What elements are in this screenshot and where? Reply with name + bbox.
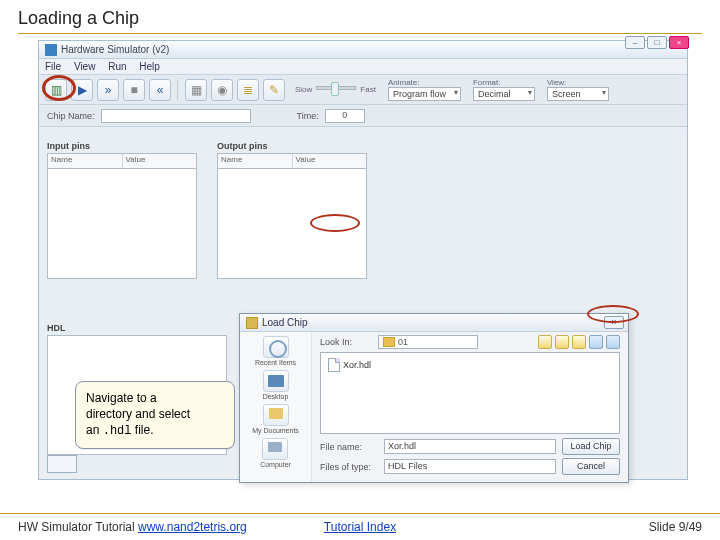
col-value: Value	[293, 154, 367, 168]
filetype-field[interactable]: HDL Files	[384, 459, 556, 474]
footer-slide-number: Slide 9/49	[649, 520, 702, 534]
window-titlebar: Hardware Simulator (v2) – □ ×	[39, 41, 687, 59]
output-pins-title: Output pins	[217, 139, 367, 153]
home-icon[interactable]	[555, 335, 569, 349]
sidebar-desktop[interactable]: Desktop	[263, 370, 289, 400]
open-button[interactable]: Load Chip	[562, 438, 620, 455]
dialog-sidebar: Recent Items Desktop My Documents Comput…	[240, 332, 312, 482]
tool-b-button[interactable]: ◉	[211, 79, 233, 101]
minimize-button[interactable]: –	[625, 36, 645, 49]
new-folder-icon[interactable]	[572, 335, 586, 349]
sidebar-computer-label: Computer	[260, 461, 291, 468]
nav-icons	[538, 335, 620, 349]
info-bar: Chip Name: Time: 0	[39, 105, 687, 127]
input-pins-body[interactable]	[47, 169, 197, 279]
menu-run[interactable]: Run	[108, 61, 126, 72]
lookin-label: Look In:	[320, 337, 372, 347]
menu-view[interactable]: View	[74, 61, 96, 72]
up-folder-icon[interactable]	[538, 335, 552, 349]
speed-fast-label: Fast	[360, 85, 376, 94]
close-button[interactable]: ×	[669, 36, 689, 49]
col-value: Value	[123, 154, 197, 168]
animate-select[interactable]: Program flow	[388, 87, 461, 101]
callout-line1: Navigate to a	[86, 391, 157, 405]
step-button[interactable]: ▶	[71, 79, 93, 101]
detail-view-icon[interactable]	[606, 335, 620, 349]
input-pins-header: Name Value	[47, 153, 197, 169]
stop-button[interactable]: ■	[123, 79, 145, 101]
list-view-icon[interactable]	[589, 335, 603, 349]
sidebar-desktop-label: Desktop	[263, 393, 289, 400]
folder-icon	[246, 317, 258, 329]
format-area: Format: Decimal	[473, 78, 535, 101]
chipname-field[interactable]	[101, 109, 251, 123]
toolbar: ▥ ▶ » ■ « ▦ ◉ ≣ ✎ Slow Fast Animate: Pro…	[39, 75, 687, 105]
footer-left-prefix: HW Simulator Tutorial	[18, 520, 138, 534]
file-item-xor[interactable]: Xor.hdl	[325, 357, 374, 373]
view-select[interactable]: Screen	[547, 87, 609, 101]
menu-help[interactable]: Help	[139, 61, 160, 72]
rewind-button[interactable]: «	[149, 79, 171, 101]
file-icon	[328, 358, 340, 372]
load-chip-button[interactable]: ▥	[45, 79, 67, 101]
recent-icon	[263, 336, 289, 358]
slide-title: Loading a Chip	[0, 0, 720, 33]
simulator-window: Hardware Simulator (v2) – □ × File View …	[38, 40, 688, 480]
hdl-label: HDL	[47, 323, 227, 333]
speed-slider[interactable]	[316, 86, 356, 90]
documents-icon	[263, 404, 289, 426]
sidebar-recent[interactable]: Recent Items	[255, 336, 296, 366]
view-area: View: Screen	[547, 78, 609, 101]
animate-label: Animate:	[388, 78, 461, 87]
menu-file[interactable]: File	[45, 61, 61, 72]
time-field: 0	[325, 109, 365, 123]
col-name: Name	[48, 154, 123, 168]
sidebar-computer[interactable]: Computer	[260, 438, 291, 468]
sidebar-documents[interactable]: My Documents	[252, 404, 299, 434]
callout-code: .hdl	[103, 424, 132, 438]
callout-line3b: file.	[132, 423, 154, 437]
lookin-field[interactable]: 01	[378, 335, 478, 349]
callout-line3a: an	[86, 423, 103, 437]
view-label: View:	[547, 78, 609, 87]
dialog-titlebar: Load Chip ×	[240, 314, 628, 332]
toolbar-sep	[177, 80, 179, 100]
instruction-callout: Navigate to a directory and select an .h…	[75, 381, 235, 449]
format-label: Format:	[473, 78, 535, 87]
slide-footer: HW Simulator Tutorial www.nand2tetris.or…	[0, 513, 720, 540]
animate-area: Animate: Program flow	[388, 78, 461, 101]
footer-link-index[interactable]: Tutorial Index	[324, 520, 396, 534]
run-button[interactable]: »	[97, 79, 119, 101]
dialog-title: Load Chip	[262, 317, 308, 328]
file-list[interactable]: Xor.hdl	[320, 352, 620, 434]
eval-button[interactable]: ✎	[263, 79, 285, 101]
callout-line2: directory and select	[86, 407, 190, 421]
footer-link-site[interactable]: www.nand2tetris.org	[138, 520, 247, 534]
filetype-label: Files of type:	[320, 462, 378, 472]
app-icon	[45, 44, 57, 56]
menu-bar[interactable]: File View Run Help	[39, 59, 687, 75]
speed-slow-label: Slow	[295, 85, 312, 94]
speed-slider-area: Slow Fast	[295, 85, 376, 94]
maximize-button[interactable]: □	[647, 36, 667, 49]
format-select[interactable]: Decimal	[473, 87, 535, 101]
load-chip-dialog: Load Chip × Recent Items Desktop My Docu…	[239, 313, 629, 483]
lookin-row: Look In: 01	[312, 332, 628, 352]
tool-a-button[interactable]: ▦	[185, 79, 207, 101]
chipname-label: Chip Name:	[47, 111, 95, 121]
computer-icon	[262, 438, 288, 460]
output-pins-panel: Output pins Name Value	[217, 139, 367, 279]
file-item-label: Xor.hdl	[343, 360, 371, 370]
output-pins-body[interactable]	[217, 169, 367, 279]
filename-field[interactable]: Xor.hdl	[384, 439, 556, 454]
folder-icon	[383, 337, 395, 347]
title-rule	[18, 33, 702, 34]
script-button[interactable]: ≣	[237, 79, 259, 101]
cancel-button[interactable]: Cancel	[562, 458, 620, 475]
output-pins-header: Name Value	[217, 153, 367, 169]
sidebar-recent-label: Recent Items	[255, 359, 296, 366]
sidebar-documents-label: My Documents	[252, 427, 299, 434]
dialog-close-button[interactable]: ×	[604, 316, 624, 329]
lookin-value: 01	[398, 337, 408, 347]
footer-left: HW Simulator Tutorial www.nand2tetris.or…	[18, 520, 247, 534]
